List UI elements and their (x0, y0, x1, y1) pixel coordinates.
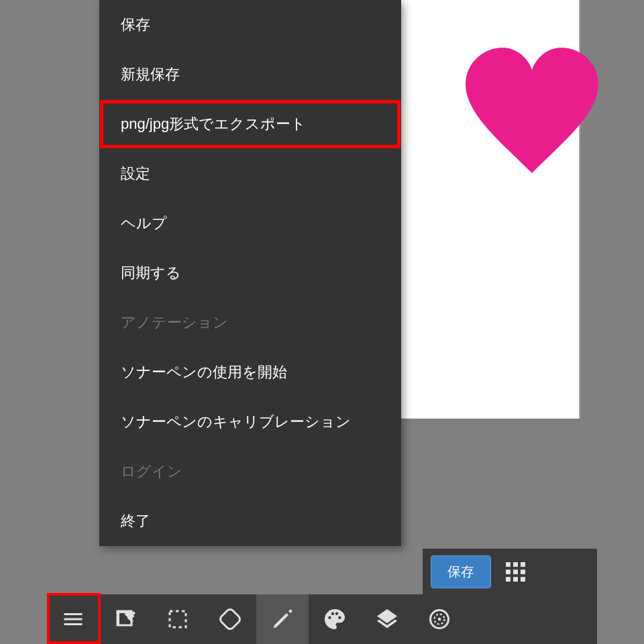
save-button[interactable]: 保存 (431, 555, 491, 588)
menu-annotation: アノテーション (99, 298, 401, 347)
svg-point-5 (438, 618, 441, 621)
svg-rect-2 (219, 608, 241, 631)
menu-exit[interactable]: 終了 (99, 496, 401, 546)
menu-save[interactable]: 保存 (99, 0, 401, 50)
edit-frame-icon[interactable] (99, 594, 152, 644)
bottom-toolbar (47, 594, 597, 644)
svg-rect-1 (170, 611, 186, 627)
menu-sonarpen-start[interactable]: ソナーペンの使用を開始 (99, 347, 401, 397)
save-bar: 保存 (423, 549, 597, 594)
target-icon[interactable] (413, 594, 466, 644)
context-menu: 保存 新規保存 png/jpg形式でエクスポート 設定 ヘルプ 同期する アノテ… (99, 0, 401, 546)
menu-help[interactable]: ヘルプ (99, 199, 401, 248)
grid-menu-icon[interactable] (499, 555, 531, 588)
layers-icon[interactable] (361, 594, 413, 644)
menu-sync[interactable]: 同期する (99, 248, 401, 298)
rotate-icon[interactable] (204, 594, 256, 644)
menu-settings[interactable]: 設定 (99, 149, 401, 199)
menu-export[interactable]: png/jpg形式でエクスポート (99, 99, 401, 149)
selection-icon[interactable] (152, 594, 204, 644)
menu-save-as[interactable]: 新規保存 (99, 50, 401, 99)
menu-icon[interactable] (47, 594, 99, 644)
menu-sonarpen-calibrate[interactable]: ソナーペンのキャリブレーション (99, 397, 401, 447)
heart-shape (458, 40, 606, 188)
menu-login: ログイン (99, 447, 401, 496)
pencil-icon[interactable] (256, 594, 309, 644)
palette-icon[interactable] (309, 594, 361, 644)
